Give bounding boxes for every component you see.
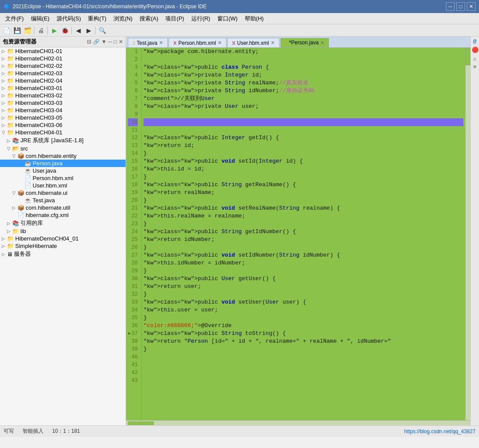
code-line[interactable]: "kw">class="kw">private Integer id; [143, 71, 463, 79]
tree-item-demo-ch04[interactable]: ▷ 📁 HibernateDemoCH04_01 [0, 235, 126, 242]
editor-scroll-area[interactable]: 1234567891011121314151617181920212223242… [126, 48, 470, 420]
debug-button[interactable]: 🐞 [60, 26, 70, 35]
code-line[interactable] [143, 118, 463, 126]
code-line[interactable]: } [143, 244, 463, 251]
tree-item-ch02-04[interactable]: ▷ 📁 HibernateCH02-04 [0, 77, 126, 84]
collapse-all-icon[interactable]: ⊟ [87, 39, 91, 45]
code-line[interactable]: "kw">class="kw">public class Person { [143, 64, 463, 71]
tree-item-entity-pkg[interactable]: ▽ 📦 com.hibernate.entity [0, 152, 126, 160]
code-line[interactable]: "kw">this.realName = realname; [143, 212, 463, 220]
tab-test-java[interactable]: J Test.java ✕ [128, 38, 168, 47]
tree-item-util-pkg[interactable]: ▷ 📦 com.hibernate.util [0, 204, 126, 211]
tab-person-hbm[interactable]: X Person.hbm.xml ✕ [169, 38, 226, 47]
code-line[interactable] [143, 110, 463, 118]
code-line[interactable]: } [143, 291, 463, 298]
tree-item-user-xml[interactable]: 📄 User.hbm.xml [0, 182, 126, 189]
code-line[interactable]: "comment">//关联到User [143, 95, 463, 103]
tree-item-person-xml[interactable]: 📄 Person.hbm.xml [0, 174, 126, 182]
menu-source[interactable]: 源代码(S) [53, 14, 84, 23]
code-line[interactable]: "kw">class="kw">public Integer getId() { [143, 134, 463, 142]
right-console-icon[interactable]: 🔴 [472, 47, 479, 53]
editor-content[interactable]: 1234567891011121314151617181920212223242… [126, 48, 465, 420]
code-line[interactable] [143, 353, 463, 361]
close-button[interactable]: ✕ [467, 2, 476, 11]
tab-close-icon[interactable]: ✕ [159, 40, 163, 46]
print-button[interactable]: 🖨 [36, 26, 46, 35]
tab-user-hbm[interactable]: X User.hbm.xml ✕ [227, 38, 279, 47]
horizontal-scrollbar[interactable] [126, 420, 470, 425]
code-line[interactable]: "kw">return id; [143, 142, 463, 150]
save-button[interactable]: 💾 [12, 26, 22, 35]
tab-person-java[interactable]: J *Person.java ✕ [280, 38, 329, 47]
code-line[interactable]: } [143, 267, 463, 275]
code-line[interactable]: } [143, 314, 463, 322]
menu-run[interactable]: 运行(R) [188, 14, 214, 23]
code-line[interactable]: "kw">class="kw">private User user; [143, 103, 463, 110]
tree-item-cfg-xml[interactable]: 📄 hibernate.cfg.xml [0, 211, 126, 219]
code-line[interactable] [143, 377, 463, 384]
code-line[interactable]: "kw">class="kw">public String getIdNumbe… [143, 228, 463, 236]
right-outline-icon[interactable]: ≡ [473, 64, 477, 70]
code-line[interactable]: "kw">return "Person [id=" + id + ", real… [143, 338, 463, 345]
code-line[interactable]: "kw">class="kw">public void setUser(User… [143, 298, 463, 306]
code-line[interactable]: } [143, 150, 463, 157]
tab-close-icon[interactable]: ✕ [320, 40, 324, 46]
code-line[interactable]: "kw">return user; [143, 283, 463, 291]
code-line[interactable]: "kw">this.id = id; [143, 165, 463, 173]
tree-item-ch03-06[interactable]: ▷ 📁 HibernateCH03-06 [0, 121, 126, 129]
menu-project[interactable]: 项目(P) [162, 14, 187, 23]
code-line[interactable]: } [143, 220, 463, 228]
tree-item-jre[interactable]: ▷ 📚 JRE 系统库 [JavaSE-1.8] [0, 136, 126, 145]
right-tasks-icon[interactable]: @ [473, 38, 477, 45]
code-line[interactable]: "kw">return idNumber; [143, 236, 463, 244]
code-line[interactable]: "kw">class="kw">public void setId(Intege… [143, 157, 463, 165]
code-line[interactable] [143, 56, 463, 64]
code-line[interactable] [143, 369, 463, 377]
maximize-button[interactable]: □ [456, 2, 465, 11]
save-all-button[interactable]: 🗂️ [23, 26, 32, 35]
code-line[interactable]: } [143, 345, 463, 353]
code-area[interactable]: "kw">package com.hibernate.entity; "kw">… [142, 48, 465, 420]
menu-navigate[interactable]: 浏览(N) [110, 14, 136, 23]
close-sidebar-icon[interactable]: ✕ [119, 39, 123, 45]
view-menu-icon[interactable]: ▼ [101, 39, 106, 45]
tree-item-src[interactable]: ▽ 📂 src [0, 145, 126, 152]
tree-item-ch02-02[interactable]: ▷ 📁 HibernateCH02-02 [0, 62, 126, 70]
back-button[interactable]: ◀ [73, 26, 83, 35]
link-editor-icon[interactable]: 🔗 [93, 39, 100, 45]
menu-file[interactable]: 文件(F) [2, 14, 27, 23]
title-bar-controls[interactable]: ─ □ ✕ [446, 2, 476, 11]
tree-item-ch02-03[interactable]: ▷ 📁 HibernateCH02-03 [0, 70, 126, 77]
tree-item-test-java[interactable]: ☕ Test.java [0, 197, 126, 204]
code-line[interactable]: } [143, 173, 463, 181]
tree-item-ch04-01[interactable]: ▽ 📁 HibernateCH04-01 [0, 129, 126, 136]
tree-item-ch01-01[interactable]: ▷ 📁 HibernateCH01-01 [0, 47, 126, 55]
code-line[interactable] [143, 126, 463, 134]
horizontal-scrollbar-thumb[interactable] [128, 421, 154, 425]
tree-item-server[interactable]: ▷ 🖥 服务器 [0, 250, 126, 258]
tab-close-icon[interactable]: ✕ [271, 40, 275, 46]
code-line[interactable]: "kw">return realName; [143, 189, 463, 197]
code-line[interactable]: "kw">class="kw">public String toString()… [143, 330, 463, 338]
forward-button[interactable]: ▶ [84, 26, 93, 35]
tree-item-ch02-01[interactable]: ▷ 📁 HibernateCH02-01 [0, 55, 126, 62]
new-button[interactable]: 📄 [2, 26, 11, 35]
vertical-scrollbar[interactable] [465, 48, 470, 420]
tree-item-ref-libs[interactable]: ▷ 📚 引用的库 [0, 219, 126, 227]
tree-item-ch03-04[interactable]: ▷ 📁 HibernateCH03-04 [0, 107, 126, 114]
code-line[interactable]: "color:#666666;">@Override [143, 322, 463, 330]
code-line[interactable]: "kw">this.idNumber = idNumber; [143, 259, 463, 267]
code-line[interactable]: "kw">class="kw">public void setIdNumber(… [143, 251, 463, 259]
menu-search[interactable]: 搜索(A) [136, 14, 162, 23]
tree-item-person-java[interactable]: ☕ Person.java [0, 160, 126, 167]
tree-item-simple-hibernate[interactable]: ▷ 📁 SimpleHibernate [0, 242, 126, 250]
right-problems-icon[interactable]: ⚠ [473, 55, 477, 62]
minimize-sidebar-icon[interactable]: ─ [108, 39, 112, 45]
minimize-button[interactable]: ─ [446, 2, 455, 11]
tree-item-ch03-05[interactable]: ▷ 📁 HibernateCH03-05 [0, 114, 126, 121]
tree-item-ch03-03[interactable]: ▷ 📁 HibernateCH03-03 [0, 99, 126, 107]
code-line[interactable]: "kw">class="kw">public String getRealNam… [143, 181, 463, 189]
maximize-sidebar-icon[interactable]: □ [114, 39, 117, 45]
tree-item-user-java[interactable]: ☕ User.java [0, 167, 126, 174]
scrollbar-thumb[interactable] [466, 48, 470, 65]
